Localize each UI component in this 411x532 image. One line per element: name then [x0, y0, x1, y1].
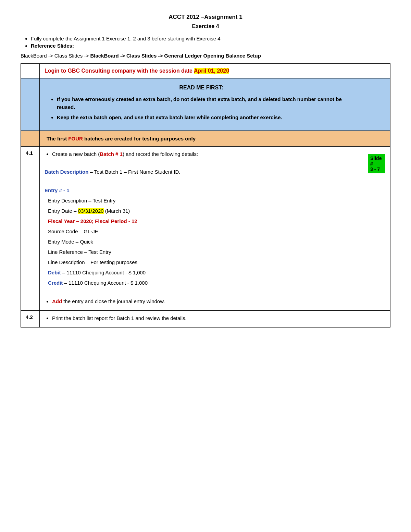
login-text: Login to GBC Consulting company with the… [45, 68, 229, 74]
readmefirst-row: READ ME FIRST: If you have erroneously c… [21, 78, 390, 131]
exercise-42-bullet: Print the batch list report for Batch 1 … [52, 314, 358, 322]
batch-desc-label: Batch Description [45, 169, 88, 175]
readmefirst-bullet-1: If you have erroneously created an extra… [57, 96, 356, 111]
entry-date-line: Entry Date – 03/31/2020 (March 31) [48, 207, 358, 215]
login-row: Login to GBC Consulting company with the… [21, 64, 390, 78]
exercise-41-row: 4.1 Create a new batch (Batch # 1) and r… [21, 146, 390, 310]
login-date: April 01, 2020 [194, 68, 229, 74]
line-ref-line: Line Reference – Test Entry [48, 248, 358, 256]
login-content-cell: Login to GBC Consulting company with the… [40, 64, 363, 78]
page-title: ACCT 2012 –Assignment 1 [21, 14, 390, 21]
debit-line: Debit – 11110 Chequing Account - $ 1,000 [48, 269, 358, 277]
fourbatch-content-cell: The first FOUR batches are created for t… [40, 131, 363, 146]
fiscal-line: Fiscal Year – 2020; Fiscal Period - 12 [48, 217, 358, 225]
entry-date: 03/31/2020 [78, 208, 104, 214]
exercise-42-content: Print the batch list report for Batch 1 … [40, 310, 363, 327]
intro-bullet-2: Reference Slides: [31, 43, 390, 49]
entry-label: Entry # - 1 [45, 187, 70, 193]
fourbatch-num-cell [21, 131, 40, 146]
readmefirst-title: READ ME FIRST: [47, 85, 356, 91]
intro-bullets-list: Fully complete the Assignment 1 Exercise… [31, 36, 390, 49]
add-label: Add [52, 298, 62, 304]
batch-num: Batch # 1 [100, 151, 123, 157]
readmefirst-content-cell: READ ME FIRST: If you have erroneously c… [40, 78, 363, 131]
source-code-line: Source Code – GL-JE [48, 227, 358, 236]
entry-label-line: Entry # - 1 [45, 186, 358, 195]
batch-desc-line: Batch Description – Test Batch 1 – First… [45, 168, 358, 176]
readmefirst-slide-cell [363, 78, 390, 131]
main-table: Login to GBC Consulting company with the… [21, 63, 390, 327]
add-bullet: Add the entry and close the journal entr… [52, 297, 358, 306]
credit-line: Credit – 11110 Chequing Account - $ 1,00… [48, 279, 358, 287]
add-bullet-list: Add the entry and close the journal entr… [52, 297, 358, 306]
exercise-41-bullet-create: Create a new batch (Batch # 1) and recor… [52, 150, 358, 158]
login-slide-cell [363, 64, 390, 78]
debit-label: Debit [48, 270, 61, 275]
fourbatch-slide-cell [363, 131, 390, 146]
login-num-cell [21, 64, 40, 78]
credit-label: Credit [48, 280, 63, 286]
blackboard-line: BlackBoard -> Class Slides -> BlackBoard… [21, 53, 390, 59]
readmefirst-num-cell [21, 78, 40, 131]
fiscal-text: Fiscal Year – 2020; Fiscal Period - 12 [48, 218, 137, 224]
exercise-42-num: 4.2 [21, 310, 40, 327]
line-desc-line: Line Description – For testing purposes [48, 258, 358, 267]
exercise-41-content: Create a new batch (Batch # 1) and recor… [40, 146, 363, 310]
exercise-41-num: 4.1 [21, 146, 40, 310]
exercise-41-slide-cell: Slide #3 - 7 [363, 146, 390, 310]
intro-bullet-1: Fully complete the Assignment 1 Exercise… [31, 36, 390, 41]
exercise-42-slide-cell [363, 310, 390, 327]
exercise-42-row: 4.2 Print the batch list report for Batc… [21, 310, 390, 327]
entry-desc-line: Entry Description – Test Entry [48, 197, 358, 205]
entry-details: Entry Description – Test Entry Entry Dat… [48, 197, 358, 287]
exercise-41-bullet-list: Create a new batch (Batch # 1) and recor… [52, 150, 358, 158]
slide-badge: Slide #3 - 7 [368, 154, 385, 173]
exercise-title: Exercise 4 [21, 23, 390, 29]
readmefirst-bullets: If you have erroneously created an extra… [57, 96, 356, 122]
fourbatch-row: The first FOUR batches are created for t… [21, 131, 390, 146]
fourbatch-four: FOUR [68, 136, 83, 141]
entry-mode-line: Entry Mode – Quick [48, 238, 358, 246]
readmefirst-bullet-2: Keep the extra batch open, and use that … [57, 114, 356, 122]
exercise-42-bullet-list: Print the batch list report for Batch 1 … [52, 314, 358, 322]
fourbatch-text: The first FOUR batches are created for t… [47, 136, 196, 141]
